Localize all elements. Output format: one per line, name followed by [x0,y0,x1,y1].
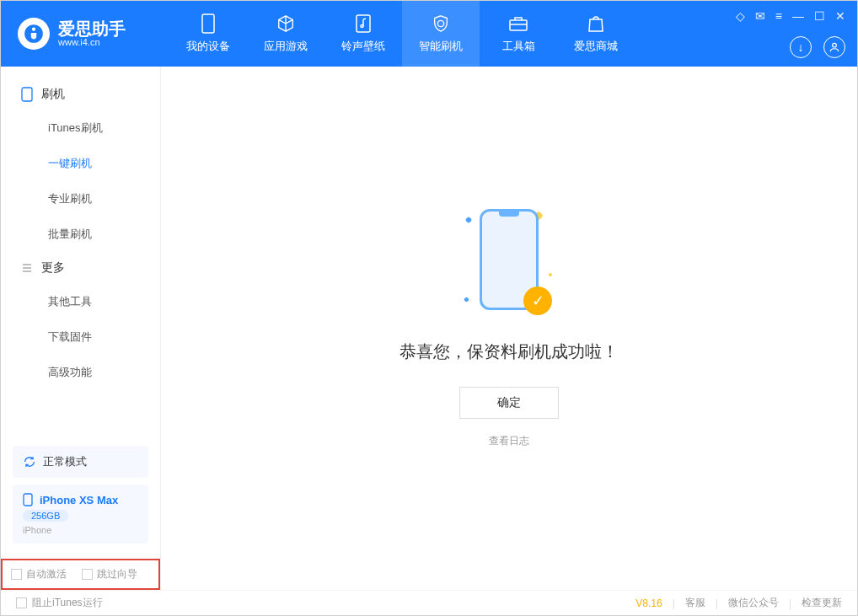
toolbox-icon [508,13,528,34]
svg-rect-5 [22,88,32,101]
sidebar-item-itunes-flash[interactable]: iTunes刷机 [1,110,160,146]
app-logo-icon [18,18,50,50]
device-type: iPhone [23,525,51,535]
footer-link-wechat[interactable]: 微信公众号 [728,596,779,610]
sidebar-item-advanced[interactable]: 高级功能 [1,355,160,390]
phone-icon [198,13,218,34]
minimize-button[interactable]: — [792,9,804,23]
checkbox-skip-guide[interactable]: 跳过向导 [82,567,137,581]
ok-button[interactable]: 确定 [459,387,559,419]
footer: 阻止iTunes运行 V8.16 | 客服 | 微信公众号 | 检查更新 [1,590,857,615]
close-button[interactable]: ✕ [835,9,845,23]
nav-label: 智能刷机 [419,39,463,54]
feedback-icon[interactable]: ✉ [755,9,765,23]
sidebar-item-batch-flash[interactable]: 批量刷机 [1,217,160,252]
footer-link-support[interactable]: 客服 [685,596,705,610]
check-circle-icon: ✓ [523,287,552,315]
nav-tab-apps[interactable]: 应用游戏 [247,1,324,67]
shield-refresh-icon [431,13,451,34]
svg-rect-3 [510,20,527,30]
nav-label: 工具箱 [502,39,535,54]
device-mode-text: 正常模式 [43,454,87,469]
device-small-icon [21,87,33,102]
section-title: 更多 [41,260,65,276]
svg-point-2 [361,25,363,28]
nav-label: 我的设备 [186,39,230,54]
nav-tab-toolbox[interactable]: 工具箱 [480,1,557,67]
nav-tab-ringtones[interactable]: 铃声壁纸 [324,1,402,67]
sidebar: 刷机 iTunes刷机 一键刷机 专业刷机 批量刷机 更多 其他工具 下载固件 … [1,67,161,590]
user-icon[interactable] [823,36,845,58]
nav-tab-store[interactable]: 爱思商城 [557,1,635,67]
sidebar-item-other-tools[interactable]: 其他工具 [1,284,160,319]
nav-tab-device[interactable]: 我的设备 [169,1,247,67]
logo-area: 爱思助手 www.i4.cn [1,18,169,50]
list-icon [21,262,33,274]
sidebar-item-download-firmware[interactable]: 下载固件 [1,319,160,355]
checkbox-icon [82,569,93,580]
sidebar-section-more: 更多 [1,252,160,284]
music-file-icon [353,13,373,34]
download-icon[interactable]: ↓ [790,36,812,58]
sidebar-item-oneclick-flash[interactable]: 一键刷机 [1,146,160,181]
checkbox-label: 自动激活 [26,567,67,581]
view-log-link[interactable]: 查看日志 [489,434,529,448]
window-controls: ◇ ✉ ≡ — ☐ ✕ [736,9,845,23]
nav-label: 爱思商城 [574,39,618,54]
app-header: 爱思助手 www.i4.cn 我的设备 应用游戏 铃声壁纸 智能刷机 工具箱 爱… [1,1,857,67]
nav-tabs: 我的设备 应用游戏 铃声壁纸 智能刷机 工具箱 爱思商城 [169,1,635,67]
svg-rect-0 [202,14,214,33]
success-illustration: ✓ [463,209,555,319]
sidebar-item-pro-flash[interactable]: 专业刷机 [1,181,160,217]
nav-tab-flash[interactable]: 智能刷机 [402,1,480,67]
device-capacity: 256GB [23,510,68,522]
tshirt-icon[interactable]: ◇ [736,9,745,23]
app-subtitle: www.i4.cn [58,37,126,47]
sidebar-section-flash: 刷机 [1,78,160,110]
footer-block-itunes[interactable]: 阻止iTunes运行 [16,596,103,610]
success-message: 恭喜您，保资料刷机成功啦！ [400,340,619,363]
main-content: ✓ 恭喜您，保资料刷机成功啦！ 确定 查看日志 [161,67,857,590]
app-title: 爱思助手 [58,20,126,37]
nav-label: 铃声壁纸 [341,39,385,54]
refresh-icon [23,455,36,469]
footer-link-update[interactable]: 检查更新 [802,596,842,610]
device-info-block[interactable]: iPhone XS Max 256GB iPhone [13,485,148,544]
phone-small-icon [23,493,33,506]
checkbox-icon [16,597,27,608]
section-title: 刷机 [41,87,65,102]
menu-icon[interactable]: ≡ [775,9,782,23]
flash-options-row: 自动激活 跳过向导 [1,559,160,590]
checkbox-auto-activate[interactable]: 自动激活 [11,567,67,581]
maximize-button[interactable]: ☐ [814,9,825,23]
version-text: V8.16 [635,597,662,609]
shopping-bag-icon [586,13,606,34]
footer-block-itunes-label: 阻止iTunes运行 [32,596,103,610]
device-name: iPhone XS Max [40,494,118,506]
svg-rect-6 [24,494,32,506]
checkbox-label: 跳过向导 [97,567,137,581]
nav-label: 应用游戏 [264,39,308,54]
device-mode-block[interactable]: 正常模式 [13,446,148,478]
cube-icon [276,13,296,34]
svg-point-4 [833,43,837,47]
checkbox-icon [11,569,22,580]
